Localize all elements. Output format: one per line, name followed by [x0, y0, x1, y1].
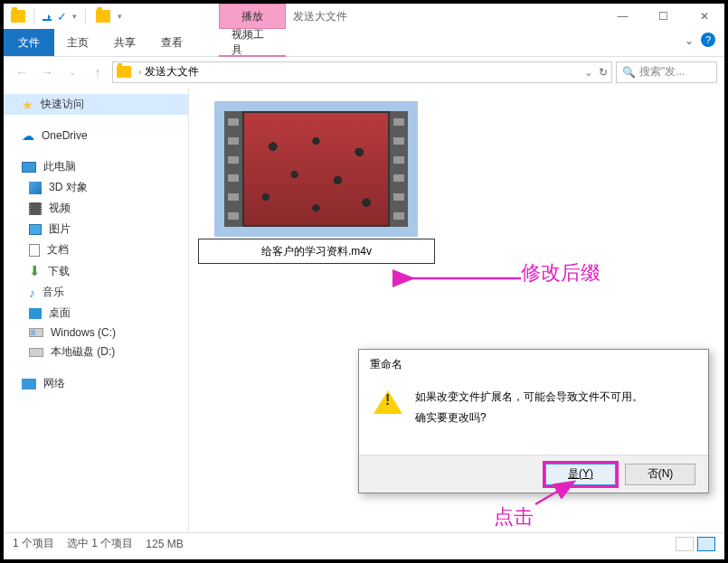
- annotation-arrow-icon: [405, 273, 523, 286]
- nav-history-button[interactable]: ⌄: [61, 61, 83, 83]
- sidebar-item-label: 下载: [48, 264, 70, 279]
- sidebar-item-onedrive[interactable]: ☁ OneDrive: [4, 126, 188, 145]
- film-strip-icon: [224, 111, 242, 227]
- download-icon: ⬇: [29, 263, 41, 279]
- dialog-message-line2: 确实要更改吗?: [415, 408, 643, 428]
- help-button[interactable]: ?: [701, 33, 715, 47]
- star-icon: ★: [22, 98, 33, 112]
- chevron-down-icon[interactable]: ⌄: [584, 66, 593, 79]
- sidebar-item-3d-objects[interactable]: 3D 对象: [4, 177, 188, 198]
- sidebar-item-this-pc[interactable]: 此电脑: [4, 156, 188, 177]
- search-input[interactable]: 🔍 搜索"发...: [616, 61, 717, 83]
- qat-arrow-icon[interactable]: [43, 12, 52, 21]
- cube-icon: [29, 182, 42, 194]
- filename-text: 给客户的学习资料.m4v: [261, 244, 372, 259]
- folder-icon: [96, 10, 110, 23]
- folder-icon: [11, 10, 25, 23]
- sidebar-item-label: 快速访问: [41, 97, 84, 112]
- status-selected-count: 选中 1 个项目: [67, 536, 133, 551]
- view-thumbnails-button[interactable]: [697, 537, 715, 551]
- annotation-rename: 修改后缀: [521, 259, 600, 286]
- sidebar-item-label: 桌面: [49, 305, 71, 321]
- cloud-icon: ☁: [22, 128, 34, 143]
- tab-file[interactable]: 文件: [4, 29, 54, 56]
- dialog-title: 重命名: [359, 350, 708, 380]
- sidebar-item-label: 本地磁盘 (D:): [51, 344, 115, 360]
- sidebar-item-disk-c[interactable]: Windows (C:): [4, 324, 188, 342]
- ribbon: 文件 主页 共享 查看 视频工具 ⌄ ?: [4, 29, 724, 56]
- file-item[interactable]: 给客户的学习资料.m4v: [214, 101, 418, 264]
- sidebar-item-network[interactable]: 网络: [4, 373, 188, 394]
- sidebar: ★ 快速访问 ☁ OneDrive 此电脑 3D 对象: [4, 87, 189, 532]
- chevron-right-icon: ›: [138, 67, 141, 77]
- folder-icon: [117, 66, 131, 78]
- svg-line-1: [535, 483, 572, 504]
- maximize-button[interactable]: ☐: [643, 4, 684, 29]
- view-details-button[interactable]: [676, 537, 694, 551]
- sidebar-item-label: 网络: [43, 376, 65, 391]
- sidebar-item-desktop[interactable]: 桌面: [4, 303, 188, 324]
- disk-icon: [29, 328, 43, 337]
- sidebar-item-music[interactable]: ♪ 音乐: [4, 282, 188, 303]
- status-size: 125 MB: [146, 538, 183, 550]
- network-icon: [22, 379, 36, 389]
- music-icon: ♪: [29, 286, 35, 300]
- tab-video-tools[interactable]: 视频工具: [219, 29, 286, 56]
- ribbon-expand-icon[interactable]: ⌄: [685, 34, 694, 47]
- sidebar-item-documents[interactable]: 文档: [4, 239, 188, 260]
- document-icon: [29, 244, 40, 257]
- address-path: 发送大文件: [145, 64, 199, 80]
- nav-back-button[interactable]: ←: [11, 61, 33, 83]
- sidebar-item-disk-d[interactable]: 本地磁盘 (D:): [4, 342, 188, 362]
- dialog-message-line1: 如果改变文件扩展名，可能会导致文件不可用。: [415, 387, 643, 408]
- refresh-icon[interactable]: ↻: [599, 66, 608, 79]
- status-item-count: 1 个项目: [13, 536, 54, 551]
- nav-forward-button[interactable]: →: [36, 61, 58, 83]
- annotation-arrow-icon: [533, 479, 578, 511]
- status-bar: 1 个项目 选中 1 个项目 125 MB: [4, 532, 724, 554]
- dialog-no-button[interactable]: 否(N): [625, 464, 695, 485]
- sidebar-item-videos[interactable]: 视频: [4, 198, 188, 219]
- warning-icon: [373, 387, 402, 412]
- address-bar[interactable]: › 发送大文件 ⌄ ↻: [112, 61, 612, 83]
- annotation-click: 点击: [494, 503, 534, 530]
- sidebar-item-label: 图片: [49, 221, 71, 237]
- search-icon: 🔍: [622, 66, 636, 79]
- close-button[interactable]: ✕: [684, 4, 724, 29]
- titlebar: ✓ ▾ ▾ 播放 发送大文件 — ☐ ✕: [4, 4, 724, 29]
- video-preview: [242, 111, 390, 227]
- qat-dropdown[interactable]: ▾: [72, 12, 77, 21]
- nav-up-button[interactable]: ↑: [87, 61, 109, 83]
- file-thumbnail[interactable]: [214, 101, 418, 237]
- search-placeholder: 搜索"发...: [639, 64, 685, 80]
- sidebar-item-label: 此电脑: [43, 159, 76, 174]
- address-row: ← → ⌄ ↑ › 发送大文件 ⌄ ↻ 🔍 搜索"发...: [4, 56, 724, 87]
- tab-view[interactable]: 查看: [148, 29, 195, 56]
- sidebar-item-label: OneDrive: [42, 129, 88, 142]
- rename-confirm-dialog: 重命名 如果改变文件扩展名，可能会导致文件不可用。 确实要更改吗? 是(Y) 否…: [358, 349, 709, 493]
- qat-dropdown[interactable]: ▾: [118, 12, 122, 21]
- sidebar-item-label: 3D 对象: [49, 180, 88, 195]
- sidebar-item-label: 文档: [47, 242, 69, 258]
- desktop-icon: [29, 308, 42, 319]
- tab-share[interactable]: 共享: [101, 29, 148, 56]
- sidebar-item-downloads[interactable]: ⬇ 下载: [4, 260, 188, 282]
- sidebar-item-label: 音乐: [43, 285, 64, 300]
- window-title: 发送大文件: [293, 9, 347, 24]
- tab-home[interactable]: 主页: [54, 29, 101, 56]
- film-icon: [29, 202, 42, 215]
- disk-icon: [29, 348, 43, 357]
- filename-edit-input[interactable]: 给客户的学习资料.m4v: [198, 239, 435, 264]
- sidebar-item-quick-access[interactable]: ★ 快速访问: [4, 94, 188, 115]
- pc-icon: [22, 162, 36, 173]
- sidebar-item-label: 视频: [49, 201, 71, 216]
- film-strip-icon: [390, 111, 408, 227]
- picture-icon: [29, 224, 42, 235]
- sidebar-item-pictures[interactable]: 图片: [4, 219, 188, 239]
- sidebar-item-label: Windows (C:): [51, 326, 116, 339]
- qat-check-icon[interactable]: ✓: [57, 10, 67, 23]
- minimize-button[interactable]: —: [602, 4, 643, 29]
- contextual-tab-play: 播放: [219, 4, 286, 29]
